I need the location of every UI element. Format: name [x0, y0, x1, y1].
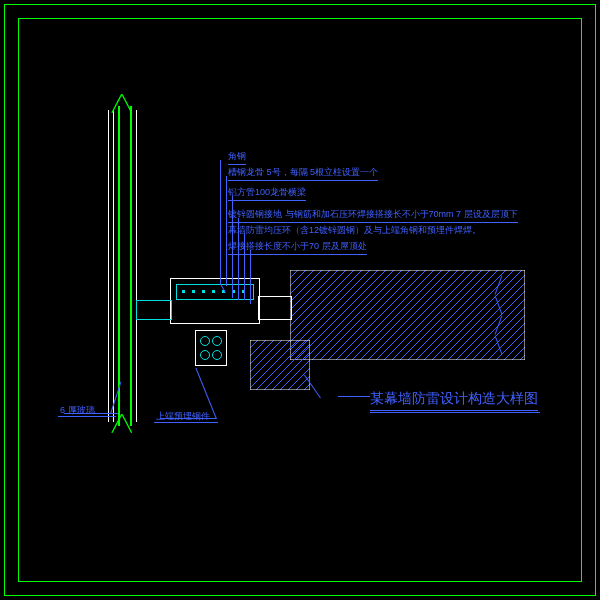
leader-l6	[250, 250, 251, 304]
leader-l1	[220, 160, 221, 284]
connector-bolt-bl	[200, 350, 210, 360]
leader-l2	[226, 176, 227, 286]
svg-rect-2	[250, 340, 310, 390]
transom	[136, 300, 172, 320]
connector-bolt-tl	[200, 336, 210, 346]
bolt-3	[202, 290, 205, 293]
bolt-1	[182, 290, 185, 293]
anno-l6: 焊接搭接长度不小于70 层及屋顶处	[228, 240, 367, 255]
glass-face-outer2	[108, 110, 109, 422]
glass-face-outer	[113, 110, 114, 422]
drawing-title: 某幕墙防雷设计构造大样图	[370, 390, 538, 411]
mullion-line-2	[130, 106, 132, 426]
concrete-ledge	[250, 340, 310, 390]
title-leader-h	[338, 396, 370, 397]
mullion-line-1	[118, 106, 120, 426]
connector-bolt-br	[212, 350, 222, 360]
break-line-icon: ╱╲	[112, 100, 132, 108]
anno-l2: 槽钢龙骨 5号，每隔 5根立柱设置一个	[228, 166, 378, 181]
anno-embed-underline	[154, 422, 218, 423]
bolt-2	[192, 290, 195, 293]
glass-face-inner	[136, 110, 137, 422]
svg-rect-0	[290, 270, 525, 360]
bolt-4	[212, 290, 215, 293]
anno-l1: 角钢	[228, 150, 246, 165]
anno-l5: 幕墙防雷均压环（含12镀锌圆钢）及与上端角钢和预埋件焊焊。	[228, 224, 481, 237]
anno-glass-underline	[58, 416, 116, 417]
drawing-title-underline2	[370, 412, 540, 413]
concrete-slab	[290, 270, 525, 360]
embed-plate	[258, 296, 292, 320]
cad-canvas: ╱╲ ╱╲	[0, 0, 600, 600]
anno-l3: 铝方管100龙骨横梁	[228, 186, 306, 201]
break-line-icon: ╱╲	[112, 420, 132, 428]
connector-body	[195, 330, 227, 366]
anno-l4: 镀锌圆钢接地 与钢筋和加石压环焊接搭接长不小于70mm 7 层设及层顶下	[228, 208, 518, 223]
connector-bolt-tr	[212, 336, 222, 346]
